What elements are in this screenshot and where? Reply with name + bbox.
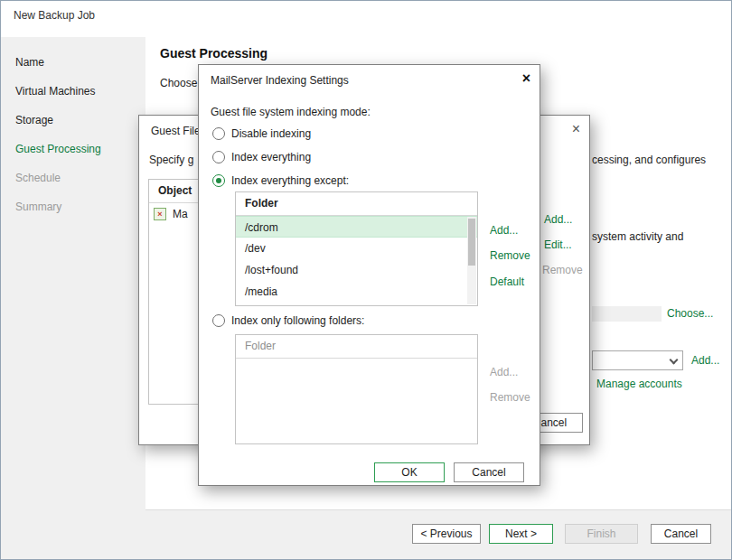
vm-object-icon: × [154,208,166,220]
close-icon[interactable]: × [572,121,580,137]
folder-row-dev[interactable]: /dev [236,238,477,259]
sidebar-item-schedule[interactable]: Schedule [1,163,145,192]
previous-button[interactable]: < Previous [412,524,481,544]
except-default-link[interactable]: Default [490,275,524,288]
page-description-fragment: Choose [160,77,197,89]
new-backup-job-window: New Backup Job Name Virtual Machines Sto… [0,0,732,560]
sidebar-item-summary[interactable]: Summary [1,192,145,221]
credentials-add-link[interactable]: Add... [691,354,719,367]
guest-interaction-proxy-field[interactable] [592,306,662,322]
indexing-mode-label: Guest file system indexing mode: [211,106,371,118]
radio-index-only-folders-label: Index only following folders: [231,314,364,328]
page-title: Guest Processing [160,46,267,61]
only-folders-list: Folder [235,334,478,444]
except-list-scrollbar[interactable] [467,217,476,304]
radio-index-everything-except[interactable] [212,174,225,187]
mail-dialog-title: MailServer Indexing Settings [211,74,349,87]
sidebar-item-name[interactable]: Name [1,48,145,77]
radio-disable-indexing-label: Disable indexing [231,127,311,141]
guest-dialog-title: Guest File [151,125,201,137]
mail-dialog-cancel-button[interactable]: Cancel [454,462,524,482]
except-folders-header: Folder [236,192,477,216]
window-titlebar: New Backup Job [1,1,731,30]
radio-index-everything-label: Index everything [231,151,311,164]
only-remove-link[interactable]: Remove [490,391,530,404]
except-folders-list: Folder /cdrom /dev /lost+found /media [235,191,478,306]
ok-button[interactable]: OK [374,462,445,482]
scrollbar-thumb[interactable] [468,219,475,266]
radio-disable-indexing[interactable] [212,127,225,140]
only-folders-header: Folder [236,335,477,359]
except-add-link[interactable]: Add... [490,224,518,237]
folder-row-lost-found[interactable]: /lost+found [236,259,477,281]
manage-accounts-link[interactable]: Manage accounts [596,378,682,390]
description-fragment-right-2: system activity and [592,230,683,243]
objects-add-link[interactable]: Add... [544,213,572,226]
objects-remove-link[interactable]: Remove [542,264,583,276]
cancel-button[interactable]: Cancel [651,524,711,544]
sidebar-item-guest-processing[interactable]: Guest Processing [1,135,145,163]
objects-edit-link[interactable]: Edit... [544,238,572,251]
close-icon[interactable]: × [522,70,530,87]
wizard-steps-sidebar: Name Virtual Machines Storage Guest Proc… [1,37,145,559]
finish-button[interactable]: Finish [565,524,638,544]
radio-index-only-folders[interactable] [212,314,225,327]
choose-link[interactable]: Choose... [667,307,713,320]
object-name-fragment: Ma [173,203,188,225]
radio-index-everything[interactable] [212,151,225,163]
description-fragment-right-1: cessing, and configures [592,154,706,166]
folder-row-cdrom[interactable]: /cdrom [236,216,477,238]
except-remove-link[interactable]: Remove [490,249,530,262]
credentials-combo[interactable] [592,350,683,370]
chevron-down-icon [670,356,679,365]
radio-index-everything-except-label: Index everything except: [231,174,349,188]
window-title: New Backup Job [14,9,95,22]
specify-label-fragment: Specify g [149,154,193,166]
mailserver-indexing-dialog: MailServer Indexing Settings × Guest fil… [198,64,540,486]
sidebar-item-virtual-machines[interactable]: Virtual Machines [1,77,145,106]
sidebar-item-storage[interactable]: Storage [1,106,145,135]
wizard-footer: < Previous Next > Finish Cancel [145,509,731,559]
only-add-link[interactable]: Add... [490,366,518,378]
next-button[interactable]: Next > [489,524,553,544]
folder-row-media[interactable]: /media [236,281,477,303]
